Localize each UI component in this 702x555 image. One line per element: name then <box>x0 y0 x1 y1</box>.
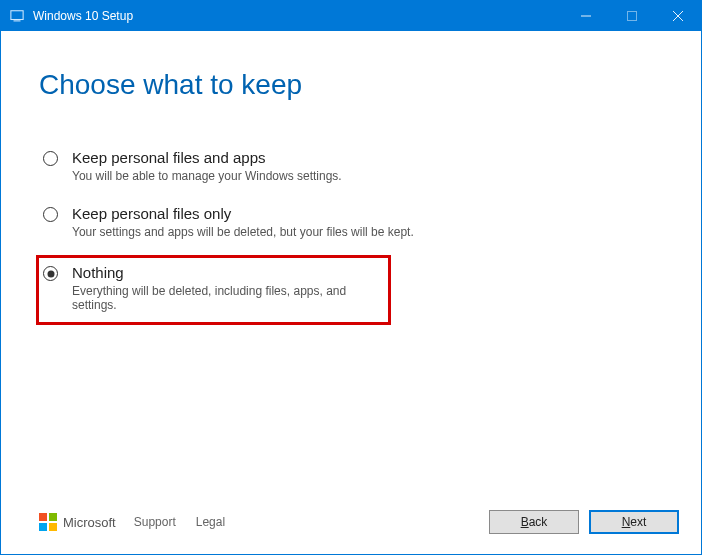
back-button[interactable]: Back <box>489 510 579 534</box>
option-keep-files-apps[interactable]: Keep personal files and apps You will be… <box>39 143 663 193</box>
minimize-button[interactable] <box>563 1 609 31</box>
window-controls <box>563 1 701 31</box>
option-texts: Keep personal files and apps You will be… <box>72 149 659 183</box>
radio-icon <box>43 266 58 281</box>
app-icon <box>9 8 25 24</box>
titlebar: Windows 10 Setup <box>1 1 701 31</box>
setup-window: Windows 10 Setup Choose what to keep <box>0 0 702 555</box>
maximize-button <box>609 1 655 31</box>
svg-rect-0 <box>11 11 23 20</box>
content-area: Choose what to keep Keep personal files … <box>1 31 701 500</box>
microsoft-logo: Microsoft <box>39 513 116 531</box>
next-mnemonic: N <box>622 515 631 529</box>
footer: Microsoft Support Legal Back Next <box>1 500 701 554</box>
page-heading: Choose what to keep <box>39 69 663 101</box>
option-nothing[interactable]: Nothing Everything will be deleted, incl… <box>36 255 391 325</box>
option-desc: You will be able to manage your Windows … <box>72 169 659 183</box>
svg-rect-3 <box>628 12 637 21</box>
next-rest: ext <box>630 515 646 529</box>
window-title: Windows 10 Setup <box>33 9 133 23</box>
option-texts: Keep personal files only Your settings a… <box>72 205 659 239</box>
option-label: Nothing <box>72 264 384 281</box>
radio-icon <box>43 207 58 222</box>
option-keep-files-only[interactable]: Keep personal files only Your settings a… <box>39 199 663 249</box>
options-group: Keep personal files and apps You will be… <box>39 143 663 325</box>
legal-link[interactable]: Legal <box>196 515 225 529</box>
option-desc: Your settings and apps will be deleted, … <box>72 225 659 239</box>
next-button[interactable]: Next <box>589 510 679 534</box>
option-desc: Everything will be deleted, including fi… <box>72 284 384 312</box>
option-label: Keep personal files only <box>72 205 659 222</box>
close-button[interactable] <box>655 1 701 31</box>
option-label: Keep personal files and apps <box>72 149 659 166</box>
microsoft-logo-icon <box>39 513 57 531</box>
back-rest: ack <box>529 515 548 529</box>
support-link[interactable]: Support <box>134 515 176 529</box>
back-mnemonic: B <box>521 515 529 529</box>
option-texts: Nothing Everything will be deleted, incl… <box>72 264 384 312</box>
microsoft-text: Microsoft <box>63 515 116 530</box>
svg-rect-1 <box>14 20 21 21</box>
radio-icon <box>43 151 58 166</box>
